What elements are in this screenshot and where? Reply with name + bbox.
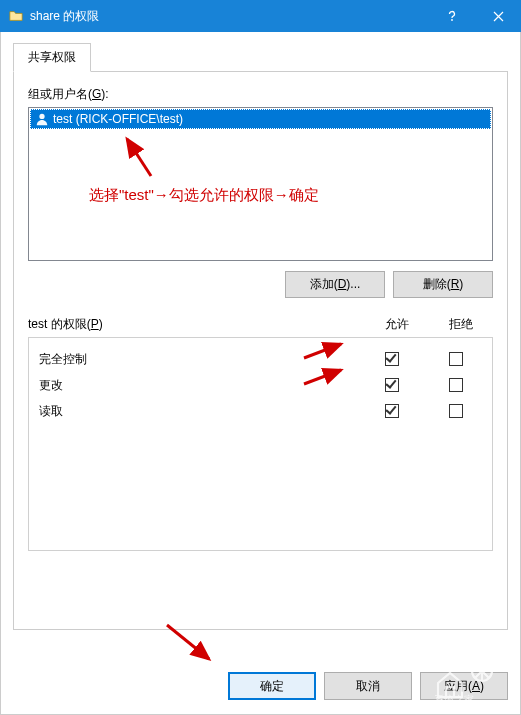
permissions-header: test 的权限(P) 允许 拒绝 [28,316,493,333]
chk-read-allow[interactable] [385,404,399,418]
ok-button[interactable]: 确定 [228,672,316,700]
perm-row-read: 读取 [39,398,488,424]
remove-button[interactable]: 删除(R) [393,271,493,298]
arrow-annotation-1 [121,134,161,183]
perm-row-full-control: 完全控制 [39,346,488,372]
svg-point-0 [451,19,453,21]
tab-strip: 共享权限 [13,42,508,72]
dialog-buttons: 确定 取消 应用(A) [13,672,508,700]
chk-change-allow[interactable] [385,378,399,392]
tab-share-permissions[interactable]: 共享权限 [13,43,91,72]
help-button[interactable] [429,0,475,32]
col-allow: 允许 [365,316,429,333]
user-icon [35,112,49,126]
group-users-label: 组或用户名(G): [28,86,493,103]
permissions-box: 完全控制 更改 读取 [28,337,493,551]
permissions-header-label: test 的权限(P) [28,316,365,333]
user-item-text: test (RICK-OFFICE\test) [53,112,183,126]
col-deny: 拒绝 [429,316,493,333]
perm-row-change: 更改 [39,372,488,398]
dialog-body: 共享权限 组或用户名(G): test (RICK-OFFICE\test) 选… [0,32,521,715]
chk-full-deny[interactable] [449,352,463,366]
users-listbox[interactable]: test (RICK-OFFICE\test) 选择"test"→勾选允许的权限… [28,107,493,261]
folder-icon [8,8,24,24]
user-list-item[interactable]: test (RICK-OFFICE\test) [30,109,491,129]
annotation-text: 选择"test"→勾选允许的权限→确定 [89,186,319,205]
titlebar: share 的权限 [0,0,521,32]
chk-full-allow[interactable] [385,352,399,366]
chk-change-deny[interactable] [449,378,463,392]
window-title: share 的权限 [30,8,429,25]
cancel-button[interactable]: 取消 [324,672,412,700]
close-button[interactable] [475,0,521,32]
tab-content: 组或用户名(G): test (RICK-OFFICE\test) 选择"tes… [13,72,508,630]
titlebar-buttons [429,0,521,32]
apply-button[interactable]: 应用(A) [420,672,508,700]
chk-read-deny[interactable] [449,404,463,418]
add-button[interactable]: 添加(D)... [285,271,385,298]
svg-point-1 [39,114,44,119]
add-remove-row: 添加(D)... 删除(R) [28,271,493,298]
